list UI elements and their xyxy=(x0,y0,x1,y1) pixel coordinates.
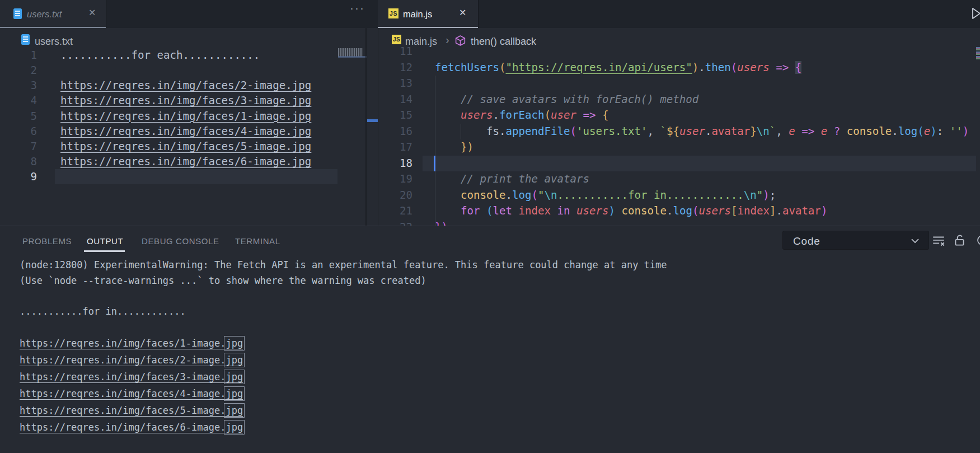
unlock-icon[interactable] xyxy=(953,233,967,247)
js-file-icon: JS xyxy=(392,35,401,44)
panel-tab-problems[interactable]: PROBLEMS xyxy=(22,236,72,246)
breadcrumb-symbol[interactable]: then() callback xyxy=(471,36,536,48)
code-line: fs.appendFile('users.txt', `${user.avata… xyxy=(435,124,969,140)
tab-users-txt[interactable]: users.txt ✕ xyxy=(0,0,106,28)
current-line-highlight xyxy=(423,156,976,172)
line-number: 22 xyxy=(379,220,412,226)
line-number: 3 xyxy=(3,78,37,93)
output-channel-dropdown[interactable]: Code xyxy=(782,231,929,250)
panel-tab-debug-console[interactable]: DEBUG CONSOLE xyxy=(142,236,219,246)
code-line: // print the avatars xyxy=(435,171,589,188)
editor-tab-bar: users.txt ✕ ··· JS main.js ✕ xyxy=(0,0,980,28)
panel-tab-terminal[interactable]: TERMINAL xyxy=(235,236,280,246)
output-link-line[interactable]: https://reqres.in/img/faces/1-image.jpg xyxy=(20,336,243,351)
run-button-icon[interactable] xyxy=(970,6,980,21)
line-number: 20 xyxy=(379,188,412,204)
output-text-line: (Use `node --trace-warnings ...` to show… xyxy=(20,273,426,288)
output-link-line[interactable]: https://reqres.in/img/faces/3-image.jpg xyxy=(20,370,243,384)
js-file-icon: JS xyxy=(388,8,398,18)
code-line: fetchUsers("https://reqres.in/api/users"… xyxy=(435,60,801,76)
tab-title: users.txt xyxy=(27,9,62,20)
symbol-method-icon xyxy=(454,35,466,46)
line-number: 17 xyxy=(379,139,412,156)
line-number: 19 xyxy=(379,171,412,188)
code-line: https://reqres.in/img/faces/3-image.jpg xyxy=(60,93,311,108)
code-line: https://reqres.in/img/faces/4-image.jpg xyxy=(60,124,311,139)
editor-group-sash[interactable] xyxy=(365,28,367,226)
bottom-panel: PROBLEMSOUTPUTDEBUG CONSOLETERMINAL Code… xyxy=(0,226,980,453)
output-link-line[interactable]: https://reqres.in/img/faces/2-image.jpg xyxy=(20,353,243,367)
breadcrumb-file[interactable]: users.txt xyxy=(35,36,73,48)
output-link-line[interactable]: https://reqres.in/img/faces/5-image.jpg xyxy=(20,403,243,418)
tab-separator xyxy=(478,0,479,28)
close-icon[interactable]: ✕ xyxy=(88,7,96,18)
text-file-icon xyxy=(21,34,30,45)
code-line: for (let index in users) console.log(use… xyxy=(435,203,827,220)
code-line: https://reqres.in/img/faces/2-image.jpg xyxy=(60,78,311,93)
line-number: 15 xyxy=(379,108,412,124)
output-text-line: ...........for in............ xyxy=(20,304,186,319)
line-number: 18 xyxy=(379,156,412,172)
minimap[interactable] xyxy=(976,47,980,59)
code-line: }) xyxy=(435,220,448,226)
current-line-highlight xyxy=(55,169,337,184)
code-line: https://reqres.in/img/faces/1-image.jpg xyxy=(60,109,311,124)
line-number: 2 xyxy=(3,63,37,78)
line-number: 21 xyxy=(379,203,412,220)
line-number: 1 xyxy=(3,48,37,63)
text-file-icon xyxy=(13,8,22,19)
clear-output-icon[interactable] xyxy=(931,233,946,248)
code-line: https://reqres.in/img/faces/5-image.jpg xyxy=(60,139,311,154)
code-line: // save avatars with forEach() method xyxy=(435,92,698,108)
editor-area[interactable]: users.txt JS main.js › then() callback 1… xyxy=(0,28,980,226)
tab-separator xyxy=(106,0,107,28)
code-line: https://reqres.in/img/faces/6-image.jpg xyxy=(60,154,311,169)
tab-title: main.js xyxy=(403,9,432,20)
line-number: 7 xyxy=(3,139,37,154)
code-line: }) xyxy=(435,139,473,156)
line-number: 9 xyxy=(3,169,37,184)
chevron-down-icon xyxy=(911,237,920,244)
output-text-line: (node:12800) ExperimentalWarning: The Fe… xyxy=(20,258,667,272)
code-line: ...........for each............ xyxy=(60,48,260,63)
output-link-line[interactable]: https://reqres.in/img/faces/6-image.jpg xyxy=(20,420,243,435)
more-actions-icon[interactable]: ··· xyxy=(350,1,367,16)
line-number: 16 xyxy=(379,124,412,140)
dropdown-value: Code xyxy=(793,235,820,247)
tab-main-js[interactable]: JS main.js ✕ xyxy=(378,0,479,28)
breadcrumb-separator: › xyxy=(446,34,449,46)
line-number: 6 xyxy=(3,124,37,139)
text-cursor xyxy=(434,156,435,172)
line-number: 4 xyxy=(3,93,37,108)
panel-tab-active-underline xyxy=(84,250,125,252)
minimap-slider[interactable] xyxy=(338,56,367,58)
gutter-border xyxy=(378,28,378,226)
line-number: 13 xyxy=(379,76,412,92)
code-line: users.forEach(user => { xyxy=(435,108,608,124)
close-icon[interactable]: ✕ xyxy=(459,7,466,18)
line-number: 8 xyxy=(3,154,37,169)
minimap[interactable] xyxy=(338,48,363,57)
vscode-window: users.txt ✕ ··· JS main.js ✕ users.txt J… xyxy=(0,0,980,453)
circle-icon[interactable] xyxy=(975,233,980,248)
line-number: 5 xyxy=(3,109,37,124)
scrollbar-decoration xyxy=(367,119,378,122)
code-line: console.log("\n...........for in........… xyxy=(435,188,776,204)
line-number: 12 xyxy=(379,60,412,76)
output-link-line[interactable]: https://reqres.in/img/faces/4-image.jpg xyxy=(20,386,243,401)
line-number: 14 xyxy=(379,92,412,108)
panel-tab-output[interactable]: OUTPUT xyxy=(87,236,123,246)
line-number: 11 xyxy=(379,44,412,60)
